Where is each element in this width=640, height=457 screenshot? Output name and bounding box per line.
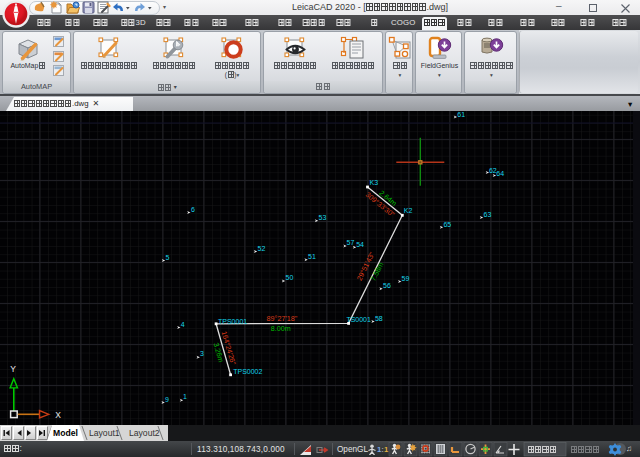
svg-text:65: 65	[443, 221, 451, 228]
svg-text:58: 58	[375, 315, 383, 322]
svg-text:64: 64	[496, 170, 504, 177]
svg-text:6: 6	[191, 206, 195, 213]
svg-text:61: 61	[457, 111, 465, 118]
svg-text:56: 56	[383, 282, 391, 289]
svg-text:X: X	[55, 410, 61, 420]
svg-text:51: 51	[308, 253, 316, 260]
svg-text:1: 1	[183, 393, 187, 400]
svg-text:54: 54	[356, 241, 364, 248]
svg-text:4: 4	[181, 321, 185, 328]
svg-text:50: 50	[286, 274, 294, 281]
svg-text:57: 57	[347, 239, 355, 246]
svg-text:8.00m: 8.00m	[271, 324, 291, 333]
svg-text:9: 9	[165, 396, 169, 403]
svg-text:53: 53	[319, 214, 327, 221]
svg-text:TS0001: TS0001	[346, 316, 371, 323]
svg-text:5: 5	[166, 254, 170, 261]
svg-text:Y: Y	[10, 364, 16, 374]
svg-text:TPS0001: TPS0001	[218, 318, 247, 325]
svg-text:K2: K2	[404, 207, 413, 214]
svg-text:59: 59	[402, 275, 410, 282]
svg-text:TPS0002: TPS0002	[233, 368, 262, 375]
svg-text:63: 63	[484, 211, 492, 218]
svg-text:K3: K3	[370, 179, 379, 186]
svg-text:3: 3	[200, 350, 204, 357]
svg-text:52: 52	[258, 245, 266, 252]
svg-text:89°27'18": 89°27'18"	[267, 314, 298, 323]
